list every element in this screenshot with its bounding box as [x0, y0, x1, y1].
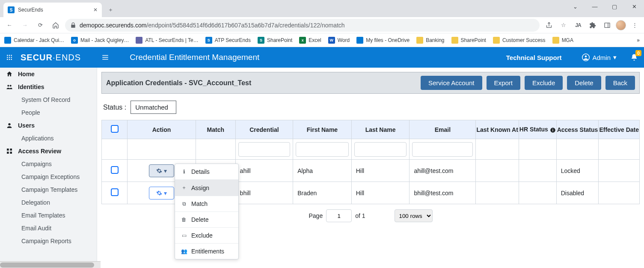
column-header[interactable]: Email — [410, 120, 476, 139]
table-cell: bhill — [235, 182, 293, 204]
sidebar-item[interactable]: Campaign Reports — [0, 235, 97, 247]
dropdown-item-entitlements[interactable]: 👥Entitlements — [175, 244, 238, 259]
bookmark-item[interactable]: ATL - SecurEnds | Te… — [136, 37, 198, 44]
rows-per-page-select[interactable]: 100 rows — [395, 209, 433, 222]
column-header[interactable]: Credential — [235, 120, 293, 139]
puzzle-icon[interactable] — [587, 19, 599, 31]
notification-bell[interactable]: 0 — [630, 54, 638, 61]
close-icon[interactable]: ✕ — [624, 0, 644, 13]
hamburger-icon[interactable] — [101, 54, 109, 61]
page-input[interactable] — [326, 209, 352, 222]
sidebar-section[interactable]: Users — [0, 119, 97, 132]
select-all-checkbox[interactable] — [111, 125, 119, 133]
sidebar-section[interactable]: Identities — [0, 80, 97, 93]
reload-icon[interactable]: ⟳ — [34, 19, 46, 31]
bookmark-item[interactable]: Banking — [416, 37, 444, 44]
sidepanel-icon[interactable] — [601, 19, 613, 31]
bookmark-item[interactable]: MGA — [552, 37, 573, 44]
sidebar-item[interactable]: Campaigns — [0, 158, 97, 170]
bookmark-item[interactable]: SharePoint — [451, 37, 486, 44]
sidebar-item[interactable]: System Of Record — [0, 93, 97, 106]
star-icon[interactable]: ☆ — [558, 19, 570, 31]
service-account-button[interactable]: Service Account — [421, 76, 482, 90]
chevron-down-icon[interactable]: ⌄ — [565, 0, 585, 13]
column-header[interactable]: First Name — [293, 120, 352, 139]
sidebar-item[interactable]: Campaign Exceptions — [0, 170, 97, 183]
bookmark-item[interactable]: WWord — [328, 37, 350, 44]
sidebar-item[interactable]: Applications — [0, 132, 97, 145]
bookmark-item[interactable]: xExcel — [299, 37, 321, 44]
maximize-icon[interactable]: ▢ — [605, 0, 624, 13]
column-filter-input[interactable] — [354, 142, 407, 157]
table-cell — [599, 182, 640, 204]
svg-point-17 — [10, 85, 12, 86]
brand-logo[interactable]: SECUR·ENDS — [21, 53, 81, 63]
column-header[interactable]: Access Status — [556, 120, 599, 139]
column-header[interactable] — [102, 120, 128, 139]
gear-icon — [156, 190, 162, 196]
column-filter-input[interactable] — [412, 142, 473, 157]
sidebar-section[interactable]: Access Review — [0, 145, 97, 158]
sidebar-label: Identities — [18, 83, 44, 90]
column-header[interactable]: Match — [196, 120, 236, 139]
bookmark-overflow-icon[interactable]: » — [637, 37, 640, 43]
dropdown-item-delete[interactable]: 🗑Delete — [175, 212, 238, 228]
browser-tab[interactable]: S SecurEnds ✕ — [3, 3, 102, 17]
sidebar-item[interactable]: People — [0, 106, 97, 119]
apps-grid-icon[interactable] — [6, 54, 13, 61]
dropdown-item-exclude[interactable]: ▭Exclude — [175, 228, 238, 244]
sidebar-item[interactable]: Email Audit — [0, 222, 97, 235]
table-cell: ahill — [235, 160, 293, 182]
column-filter-input[interactable] — [238, 142, 291, 157]
new-tab-button[interactable]: ＋ — [104, 4, 116, 16]
kebab-icon[interactable]: ⋮ — [629, 19, 641, 31]
bookmark-item[interactable]: SATP SecurEnds — [205, 37, 251, 44]
forward-icon[interactable]: → — [19, 19, 31, 31]
sidebar-item[interactable]: Delegation — [0, 196, 97, 209]
dropdown-item-icon: 👥 — [181, 248, 187, 254]
technical-support-link[interactable]: Technical Support — [506, 54, 562, 61]
info-icon[interactable]: i — [550, 127, 556, 133]
profile-avatar[interactable] — [616, 20, 626, 30]
bookmark-item[interactable]: oMail - Jack Quigley… — [71, 37, 129, 44]
bookmark-item[interactable]: SSharePoint — [258, 37, 292, 44]
back-icon[interactable]: ← — [3, 19, 15, 31]
svg-point-5 — [7, 57, 8, 58]
row-action-button[interactable]: ▾ — [149, 187, 174, 200]
bookmark-item[interactable]: My files - OneDrive — [356, 37, 410, 44]
column-header[interactable]: Last Name — [351, 120, 410, 139]
svg-rect-0 — [605, 23, 610, 27]
back-button[interactable]: Back — [605, 76, 635, 90]
sidebar-section[interactable]: Home — [0, 68, 97, 80]
status-select[interactable]: Unmatched — [131, 101, 176, 114]
column-header[interactable]: Last Known At — [476, 120, 519, 139]
column-filter-input[interactable] — [296, 142, 349, 157]
row-checkbox[interactable] — [111, 166, 119, 174]
column-header[interactable]: Action — [128, 120, 196, 139]
home-icon[interactable] — [50, 19, 62, 31]
share-icon[interactable] — [543, 19, 555, 31]
export-button[interactable]: Export — [487, 76, 520, 90]
delete-button[interactable]: Delete — [567, 76, 601, 90]
dropdown-item-assign[interactable]: ＋Assign — [175, 180, 238, 196]
minimize-icon[interactable]: — — [585, 0, 605, 13]
dropdown-item-match[interactable]: ⧉Match — [175, 196, 238, 212]
address-bar[interactable]: demopoc.securends.com/endpoint/5d584d514… — [65, 19, 540, 32]
extension-ja-icon[interactable]: JA — [572, 19, 584, 31]
dropdown-item-details[interactable]: ℹDetails — [175, 164, 238, 180]
user-menu[interactable]: Admin ▾ — [582, 54, 617, 61]
horizontal-scrollbar[interactable] — [0, 261, 101, 268]
bookmark-item[interactable]: Customer Success — [493, 37, 546, 44]
bookmark-item[interactable]: Calendar - Jack Qui… — [4, 37, 64, 44]
exclude-button[interactable]: Exclude — [525, 76, 563, 90]
sidebar-item[interactable]: Email Templates — [0, 209, 97, 222]
tab-close-icon[interactable]: ✕ — [93, 7, 98, 13]
row-action-button[interactable]: ▾ — [149, 164, 174, 177]
row-checkbox[interactable] — [111, 188, 119, 196]
column-header[interactable]: HR Status i — [519, 120, 556, 139]
svg-point-18 — [8, 123, 10, 125]
column-header[interactable]: Effective Date — [599, 120, 640, 139]
sidebar-item[interactable]: Campaign Templates — [0, 183, 97, 196]
caret-down-icon: ▾ — [613, 54, 617, 61]
table-cell: bhill@test.com — [410, 182, 476, 204]
